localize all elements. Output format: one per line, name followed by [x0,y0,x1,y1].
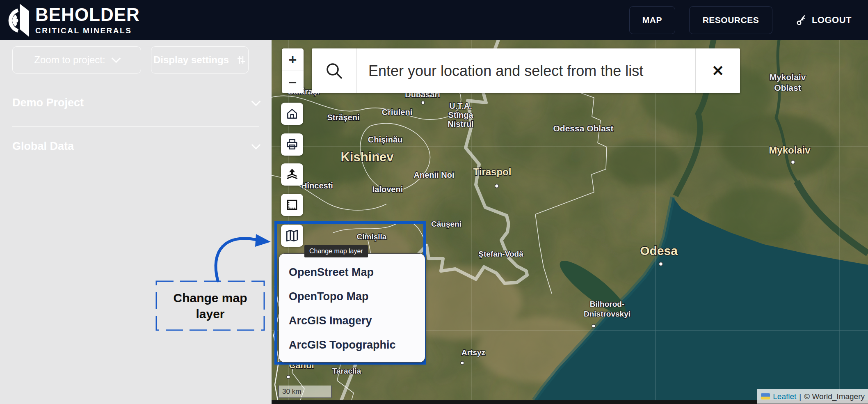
brand-subtitle: CRITICAL MINERALS [35,27,140,34]
zoom-to-project-dropdown[interactable]: Zoom to project: [12,46,141,73]
layer-option[interactable]: OpenTopo Map [289,285,425,309]
search-button[interactable] [312,48,357,93]
zoom-in-button[interactable]: + [282,48,304,71]
layer-menu: OpenStreet MapOpenTopo MapArcGIS Imagery… [279,253,425,363]
home-icon [286,107,299,120]
sidebar-section-demo-project[interactable]: Demo Project [12,96,259,109]
map-attribution: Leaflet | © World_Imagery [757,389,868,404]
key-icon [795,14,807,26]
display-settings-label: Display settings [153,54,229,66]
search-icon [324,61,344,81]
zoom-to-project-label: Zoom to project: [34,54,105,66]
layer-option[interactable]: OpenStreet Map [289,260,425,285]
logout-label: LOGOUT [812,15,852,25]
change-map-layer-button[interactable] [281,225,303,247]
location-search-bar: ✕ [312,48,740,93]
search-close-button[interactable]: ✕ [695,48,740,93]
zoom-out-button[interactable]: − [282,71,304,93]
map-scale-bar: 30 km [278,386,332,398]
display-settings-button[interactable]: Display settings [151,46,249,73]
printer-icon [286,138,299,151]
ukraine-flag-icon [761,393,770,399]
chevron-down-icon [251,140,261,149]
sidebar-divider [12,126,259,127]
home-extent-button[interactable] [281,103,303,125]
print-map-button[interactable] [281,133,303,156]
annotation-label: Change map layer [156,281,265,331]
app-header: BEHOLDER CRITICAL MINERALS MAP RESOURCES… [0,0,868,40]
chevron-down-icon [111,54,121,63]
map-layers-icon [285,229,299,243]
nav-map-button[interactable]: MAP [629,6,675,34]
ruler-icon [286,198,299,211]
search-input[interactable] [357,48,695,93]
demo-project-label: Demo Project [12,96,84,109]
zoom-control: + − [282,48,304,93]
layer-tooltip: Change map layer [304,245,368,257]
attribution-copyright: © World_Imagery [804,392,865,401]
nav-resources-button[interactable]: RESOURCES [689,6,772,34]
measure-button[interactable] [281,194,303,216]
upload-icon [285,168,299,181]
global-data-label: Global Data [12,140,74,153]
header-nav: MAP RESOURCES LOGOUT [629,0,868,40]
attribution-separator: | [799,392,801,401]
logout-button[interactable]: LOGOUT [795,14,852,26]
brand-name: BEHOLDER [35,6,140,24]
sliders-icon [236,55,246,65]
layer-option[interactable]: ArcGIS Imagery [289,309,425,333]
app-window: CălărașiStrășeniCriuleniDubăsariU.T.A.St… [0,0,868,404]
leaflet-link[interactable]: Leaflet [773,392,796,401]
chevron-down-icon [251,96,261,106]
brand-logo: BEHOLDER CRITICAL MINERALS [6,4,140,37]
sidebar-section-global-data[interactable]: Global Data [12,140,259,153]
beholder-eye-icon [6,4,30,37]
layer-option[interactable]: ArcGIS Topographic [289,333,425,357]
sidebar: Zoom to project: Display settings Demo P… [0,40,272,404]
upload-data-button[interactable] [281,163,303,186]
